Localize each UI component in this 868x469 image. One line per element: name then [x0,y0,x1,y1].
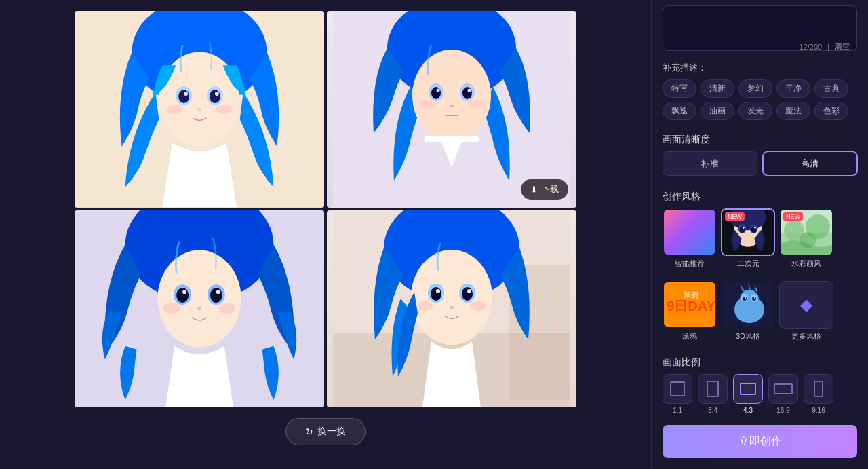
svg-text:9日DAY: 9日DAY [667,299,715,314]
svg-point-74 [752,297,756,301]
svg-point-46 [436,289,440,293]
svg-point-36 [218,303,236,314]
tag-色彩[interactable]: 色彩 [814,102,848,120]
svg-point-6 [210,90,220,103]
tag-发光[interactable]: 发光 [738,102,772,120]
svg-point-45 [462,287,473,301]
svg-point-50 [470,301,486,311]
ratio-title: 画面比例 [663,356,857,369]
ratio-4-3[interactable]: 4:3 [733,374,763,414]
tag-梦幻[interactable]: 梦幻 [738,79,772,98]
style-grid-row2: 9日DAY 涂鸦 涂鸦 [663,281,857,341]
more-styles-label: 更多风格 [791,331,821,341]
style-3d-label: 3D风格 [736,331,760,341]
download-button[interactable]: ⬇ 卜载 [521,179,568,200]
clarity-title: 画面清晰度 [663,134,857,146]
more-styles-button[interactable]: ◆ 更多风格 [779,281,833,341]
style-anime[interactable]: NEW 二次元 [721,208,775,269]
ratio-1-1[interactable]: 1:1 [663,374,692,414]
ratio-16-9[interactable]: 16:9 [768,374,798,414]
svg-point-73 [743,297,747,301]
svg-point-35 [163,303,180,314]
svg-point-31 [210,288,222,303]
download-label: 卜载 [541,183,559,195]
text-input-area[interactable]: 12/200 | 清空 [663,5,857,51]
svg-point-44 [431,287,441,301]
ratio-inner-16-9 [774,383,793,394]
ratio-9-16[interactable]: 9:16 [804,374,833,414]
svg-point-18 [462,87,472,99]
svg-point-17 [431,87,441,99]
tag-特写[interactable]: 特写 [663,79,696,98]
image-cell-br[interactable] [327,210,576,407]
svg-point-76 [754,297,755,299]
anime-new-badge: NEW [725,212,745,221]
create-button[interactable]: 立即创作 [663,425,857,458]
clarity-hd[interactable]: 高清 [763,151,858,176]
style-grid-row1: 智能推荐 [663,208,857,269]
ratio-label-1-1: 1:1 [673,407,682,414]
svg-point-34 [197,307,201,311]
download-icon: ⬇ [530,185,538,195]
clear-button[interactable]: 清空 [835,41,850,52]
refresh-label: 换一换 [317,426,346,438]
svg-point-14 [412,50,491,142]
ratio-inner-9-16 [814,381,823,397]
image-cell-tl[interactable] [75,11,324,208]
svg-point-11 [216,105,233,114]
svg-point-20 [468,89,471,92]
svg-point-49 [417,301,433,311]
svg-point-9 [197,108,201,111]
style-sketch-label: 涂鸦 [682,331,697,341]
svg-point-41 [411,250,492,345]
more-styles-icon: ◆ [779,281,833,329]
prompt-input[interactable] [670,12,850,39]
style-smart-label: 智能推荐 [675,259,705,269]
divider: | [827,43,829,51]
svg-point-32 [182,290,186,294]
tag-飘逸[interactable]: 飘逸 [663,102,696,120]
style-anime-label: 二次元 [737,259,760,269]
style-title: 创作风格 [663,191,857,203]
style-smart[interactable]: 智能推荐 [663,208,717,269]
svg-point-24 [469,100,484,109]
svg-point-47 [467,289,471,293]
svg-point-10 [166,105,182,114]
tags-row: 特写清新梦幻干净古典飘逸油画发光魔法色彩 [663,79,857,120]
watercolor-new-badge: NEW [783,212,803,221]
svg-point-75 [745,297,746,299]
image-cell-bl[interactable] [75,210,324,407]
image-cell-tr[interactable]: ⬇ 卜载 [327,11,576,208]
style-sketch[interactable]: 9日DAY 涂鸦 涂鸦 [663,281,717,341]
tag-干净[interactable]: 干净 [776,79,810,98]
image-grid: ⬇ 卜载 [75,11,576,407]
svg-point-23 [419,100,434,109]
clarity-row: 标准 高清 [663,151,857,176]
refresh-icon: ↻ [305,426,313,437]
char-count: 12/200 [799,43,822,51]
supplement-label: 补充描述： [663,62,857,74]
right-panel: 12/200 | 清空 补充描述： 特写清新梦幻干净古典飘逸油画发光魔法色彩 画… [651,0,868,469]
svg-point-8 [215,92,219,96]
svg-point-58 [743,227,745,229]
tag-魔法[interactable]: 魔法 [776,102,810,120]
refresh-button[interactable]: ↻ 换一换 [285,418,366,445]
ratio-label-4-3: 4:3 [743,407,753,414]
svg-point-19 [437,89,440,92]
clarity-standard[interactable]: 标准 [663,151,757,176]
ratio-inner-4-3 [740,383,756,395]
ratio-inner-1-1 [670,381,685,396]
tag-油画[interactable]: 油画 [701,102,734,120]
style-watercolor[interactable]: NEW 水彩画风 [779,208,833,269]
svg-point-27 [157,250,241,347]
ratio-3-4[interactable]: 3:4 [698,374,728,414]
svg-rect-21 [425,136,479,142]
ratio-label-9-16: 9:16 [812,407,825,414]
style-3d[interactable]: 3D风格 [721,281,775,341]
left-panel: ⬇ 卜载 [0,0,651,469]
tag-古典[interactable]: 古典 [814,79,848,98]
tag-清新[interactable]: 清新 [701,79,734,98]
svg-point-48 [450,306,454,309]
svg-point-22 [450,105,454,107]
svg-point-5 [178,90,189,103]
